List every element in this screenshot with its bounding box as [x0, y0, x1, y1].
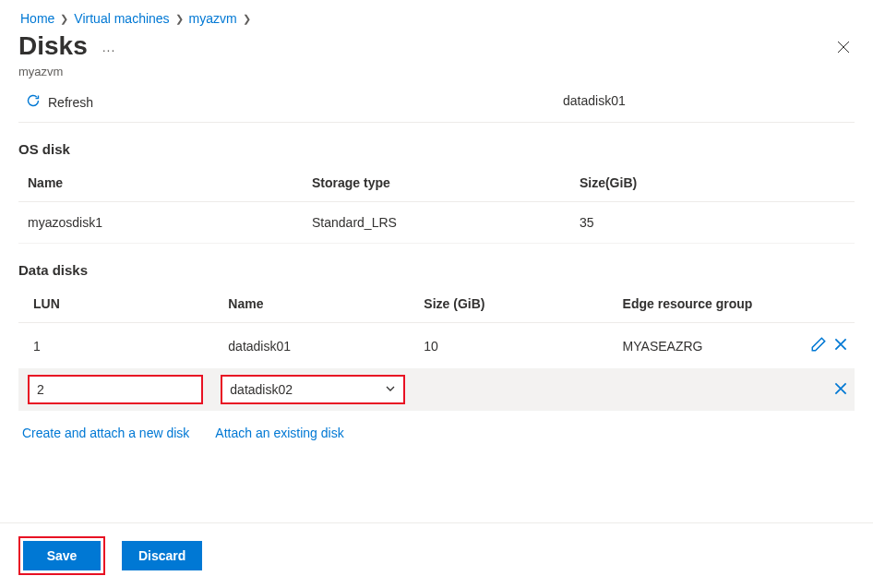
col-erg: Edge resource group	[614, 285, 796, 323]
cell-lun: 1	[18, 323, 219, 369]
discard-button[interactable]: Discard	[122, 541, 202, 570]
table-row-editing: 2 datadisk02	[18, 369, 855, 411]
delete-icon[interactable]	[832, 336, 849, 355]
table-row: 1 datadisk01 10 MYASEAZRG	[18, 323, 855, 369]
chevron-right-icon: ❯	[60, 13, 68, 25]
lun-value: 2	[37, 382, 44, 397]
data-disks-table: LUN Name Size (GiB) Edge resource group …	[18, 285, 855, 411]
selected-disk-label: datadisk01	[563, 93, 626, 108]
cell-name: datadisk01	[219, 323, 414, 369]
breadcrumb-virtual-machines[interactable]: Virtual machines	[74, 11, 169, 26]
col-storage-type: Storage type	[303, 164, 570, 202]
lun-input[interactable]: 2	[28, 375, 203, 404]
cell-erg: MYASEAZRG	[614, 323, 796, 369]
disk-name-value: datadisk02	[230, 382, 293, 397]
col-name: Name	[219, 285, 414, 323]
breadcrumb-vm[interactable]: myazvm	[189, 11, 237, 26]
col-lun: LUN	[18, 285, 219, 323]
chevron-right-icon: ❯	[175, 13, 184, 25]
page-subtitle: myazvm	[18, 65, 855, 78]
col-size: Size (GiB)	[414, 285, 613, 323]
os-disk-storage-type: Standard_LRS	[303, 202, 570, 244]
chevron-down-icon	[385, 382, 396, 397]
toolbar: Refresh datadisk01	[18, 78, 855, 123]
os-disk-size: 35	[570, 202, 855, 244]
more-menu-icon[interactable]: ···	[102, 42, 116, 61]
breadcrumb-home[interactable]: Home	[20, 11, 54, 26]
link-create-attach-disk[interactable]: Create and attach a new disk	[22, 426, 189, 440]
chevron-right-icon: ❯	[243, 13, 251, 25]
edit-icon[interactable]	[810, 336, 827, 355]
os-disk-table: Name Storage type Size(GiB) myazosdisk1 …	[18, 164, 855, 244]
col-name: Name	[18, 164, 303, 202]
page-title: Disks	[18, 31, 88, 61]
footer: Save Discard	[0, 522, 873, 588]
link-attach-existing-disk[interactable]: Attach an existing disk	[215, 426, 343, 440]
disk-name-select[interactable]: datadisk02	[221, 375, 405, 404]
close-icon[interactable]	[829, 36, 858, 63]
refresh-button[interactable]: Refresh	[48, 95, 93, 110]
cell-size: 10	[414, 323, 613, 369]
save-button[interactable]: Save	[23, 541, 101, 570]
col-size: Size(GiB)	[570, 164, 855, 202]
breadcrumb: Home ❯ Virtual machines ❯ myazvm ❯	[18, 9, 855, 31]
os-disk-heading: OS disk	[18, 141, 855, 157]
os-disk-name: myazosdisk1	[18, 202, 303, 244]
delete-icon[interactable]	[832, 385, 849, 400]
table-row: myazosdisk1 Standard_LRS 35	[18, 202, 855, 244]
data-disks-heading: Data disks	[18, 262, 855, 278]
refresh-icon[interactable]	[26, 93, 41, 111]
